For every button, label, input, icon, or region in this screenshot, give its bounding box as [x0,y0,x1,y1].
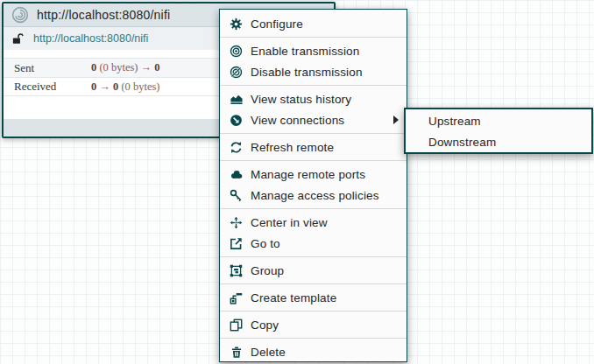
menu-separator [220,311,407,312]
stat-value: 0 → 0 (0 bytes) [91,80,159,94]
connections-icon [229,113,244,127]
template-icon [229,290,244,304]
transmit-icon [229,44,244,58]
menu-item-enable-transmission[interactable]: Enable transmission [220,40,407,61]
menu-item-label: Group [251,264,284,277]
submenu-item-upstream[interactable]: Upstream [406,110,591,131]
menu-separator [220,208,407,209]
menu-separator [220,37,407,38]
menu-item-label: Upstream [428,115,481,128]
menu-item-group[interactable]: Group [220,260,407,281]
menu-separator [220,338,407,339]
menu-separator [220,256,407,257]
menu-item-go-to[interactable]: Go to [220,233,407,254]
menu-item-label: Manage access policies [251,189,379,202]
stat-label: Sent [14,61,91,75]
area-chart-icon [229,92,244,106]
menu-item-label: Copy [251,318,279,332]
menu-separator [220,284,407,284]
menu-item-disable-transmission[interactable]: Disable transmission [220,61,407,82]
rpg-target-url[interactable]: http://localhost:8080/nifi [33,32,148,45]
view-connections-submenu: Upstream Downstream [404,108,593,154]
object-group-icon [229,263,244,277]
refresh-icon [229,140,244,154]
trash-icon [229,345,244,359]
menu-item-label: Create template [251,291,336,304]
unlock-icon [11,32,25,46]
menu-item-label: Configure [251,18,303,31]
menu-item-label: View connections [251,114,344,127]
transmit-off-icon [229,65,244,79]
menu-item-label: Refresh remote [251,141,334,154]
gear-icon [229,17,244,31]
key-icon [229,188,244,202]
menu-item-delete[interactable]: Delete [220,341,407,362]
menu-item-view-status-history[interactable]: View status history [220,88,407,109]
menu-item-label: Manage remote ports [251,168,365,181]
center-view-icon [229,215,244,229]
external-link-icon [229,236,244,250]
nifi-canvas[interactable]: http://localhost:8080/nifi http://localh… [0,0,594,364]
menu-item-configure[interactable]: Configure [220,13,407,34]
menu-item-label: Disable transmission [251,66,363,79]
menu-item-label: Delete [251,346,286,359]
copy-icon [229,318,244,332]
menu-item-view-connections[interactable]: View connections [220,109,407,130]
submenu-arrow-icon [393,116,399,124]
menu-item-center-in-view[interactable]: Center in view [220,212,407,233]
menu-item-copy[interactable]: Copy [220,314,407,335]
menu-separator [220,85,407,86]
context-menu: Configure Enable transmission [219,9,407,362]
rpg-title: http://localhost:8080/nifi [37,8,170,22]
menu-separator [220,133,407,134]
submenu-item-downstream[interactable]: Downstream [406,131,591,152]
menu-item-create-template[interactable]: Create template [220,287,407,308]
stat-value: 0 (0 bytes) → 0 [91,61,159,74]
remote-process-group-icon [11,6,29,24]
menu-item-label: View status history [251,93,351,106]
cloud-icon [229,167,244,181]
menu-separator [220,160,407,161]
menu-item-refresh-remote[interactable]: Refresh remote [220,136,407,158]
menu-item-label: Enable transmission [251,45,359,58]
menu-item-label: Downstream [428,136,496,149]
menu-item-manage-remote-ports[interactable]: Manage remote ports [220,164,407,185]
menu-item-label: Center in view [251,216,328,229]
menu-item-manage-access-policies[interactable]: Manage access policies [220,185,407,206]
stat-label: Received [14,80,91,94]
menu-item-label: Go to [251,237,280,250]
